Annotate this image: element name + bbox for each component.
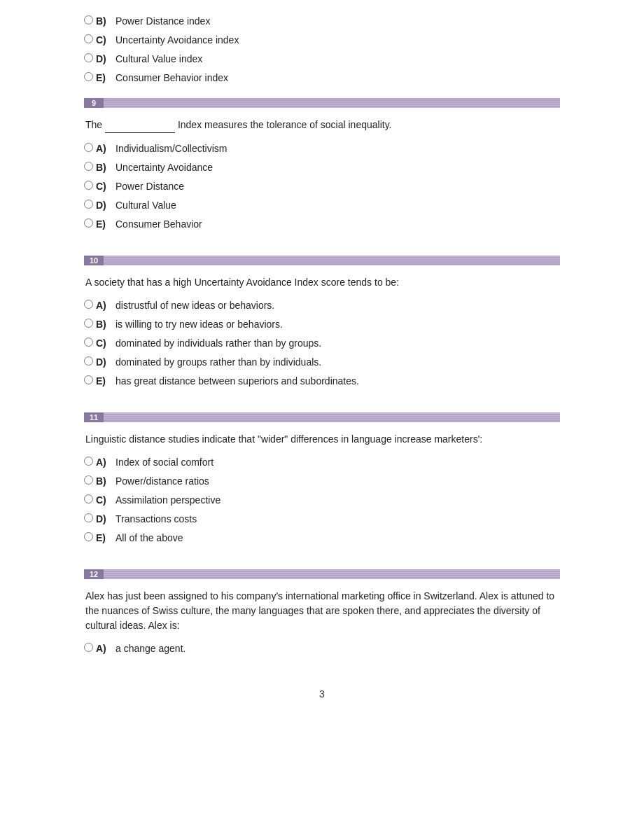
option-text: Individualism/Collectivism: [115, 141, 560, 156]
option-text: distrustful of new ideas or behaviors.: [115, 298, 560, 313]
question-12-header: 12: [84, 569, 560, 579]
list-item: B) Uncertainty Avoidance: [84, 160, 560, 175]
question-10-body: A society that has a high Uncertainty Av…: [84, 265, 560, 400]
question-12-options: A) a change agent.: [84, 641, 560, 656]
list-item: E) All of the above: [84, 531, 560, 545]
option-text: Assimilation perspective: [115, 493, 560, 508]
option-letter: D): [96, 512, 111, 527]
option-text: Power/distance ratios: [115, 474, 560, 489]
option-text: has great distance between superiors and…: [115, 374, 560, 389]
option-letter: A): [96, 641, 111, 656]
radio-9a[interactable]: [84, 143, 93, 152]
question-11-text: Linguistic distance studies indicate tha…: [84, 432, 560, 447]
list-item: C) Uncertainty Avoidance index: [84, 33, 560, 48]
radio-b[interactable]: [84, 15, 93, 25]
option-text: Consumer Behavior: [115, 217, 560, 232]
question-10-header: 10: [84, 256, 560, 265]
radio-11e[interactable]: [84, 532, 93, 541]
list-item: C) Power Distance: [84, 179, 560, 194]
question-11-number: 11: [84, 412, 104, 422]
list-item: A) a change agent.: [84, 641, 560, 656]
radio-d[interactable]: [84, 53, 93, 62]
radio-10d[interactable]: [84, 356, 93, 366]
question-12-block: 12 Alex has just been assigned to his co…: [84, 569, 560, 667]
question-10-text: A society that has a high Uncertainty Av…: [84, 275, 560, 290]
list-item: E) has great distance between superiors …: [84, 374, 560, 389]
option-text: Consumer Behavior index: [115, 71, 560, 85]
top-options-section: B) Power Distance index C) Uncertainty A…: [84, 14, 560, 85]
list-item: E) Consumer Behavior: [84, 217, 560, 232]
option-text: Transactions costs: [115, 512, 560, 527]
radio-9b[interactable]: [84, 162, 93, 171]
question-11-options: A) Index of social comfort B) Power/dist…: [84, 455, 560, 545]
option-letter: C): [96, 493, 111, 508]
radio-11d[interactable]: [84, 513, 93, 522]
option-letter: E): [96, 374, 111, 389]
radio-9e[interactable]: [84, 218, 93, 228]
page-container: B) Power Distance index C) Uncertainty A…: [0, 0, 644, 714]
list-item: D) dominated by groups rather than by in…: [84, 355, 560, 370]
question-9-options: A) Individualism/Collectivism B) Uncerta…: [84, 141, 560, 232]
option-text: Cultural Value index: [115, 52, 560, 67]
question-11-body: Linguistic distance studies indicate tha…: [84, 422, 560, 557]
option-letter: C): [96, 33, 111, 48]
radio-9d[interactable]: [84, 200, 93, 209]
question-9-text: The Index measures the tolerance of soci…: [84, 118, 560, 133]
list-item: A) Index of social comfort: [84, 455, 560, 470]
option-letter: B): [96, 317, 111, 332]
list-item: B) Power/distance ratios: [84, 474, 560, 489]
option-text: Index of social comfort: [115, 455, 560, 470]
list-item: D) Cultural Value: [84, 198, 560, 213]
question-9-number: 9: [84, 98, 104, 108]
option-text: Uncertainty Avoidance index: [115, 33, 560, 48]
option-letter: B): [96, 474, 111, 489]
list-item: C) Assimilation perspective: [84, 493, 560, 508]
list-item: B) is willing to try new ideas or behavi…: [84, 317, 560, 332]
list-item: C) dominated by individuals rather than …: [84, 336, 560, 351]
radio-12a[interactable]: [84, 643, 93, 652]
option-letter: B): [96, 14, 111, 29]
option-text: Uncertainty Avoidance: [115, 160, 560, 175]
list-item: B) Power Distance index: [84, 14, 560, 29]
option-text: All of the above: [115, 531, 560, 545]
question-11-header: 11: [84, 412, 560, 422]
list-item: A) distrustful of new ideas or behaviors…: [84, 298, 560, 313]
list-item: E) Consumer Behavior index: [84, 71, 560, 85]
radio-c[interactable]: [84, 34, 93, 43]
blank-underline: [105, 118, 175, 133]
option-letter: E): [96, 217, 111, 232]
question-9-body: The Index measures the tolerance of soci…: [84, 108, 560, 243]
question-10-block: 10 A society that has a high Uncertainty…: [84, 256, 560, 400]
question-11-block: 11 Linguistic distance studies indicate …: [84, 412, 560, 557]
radio-e[interactable]: [84, 72, 93, 81]
option-text: dominated by groups rather than by indiv…: [115, 355, 560, 370]
option-text: a change agent.: [115, 641, 560, 656]
option-letter: D): [96, 198, 111, 213]
option-letter: C): [96, 336, 111, 351]
option-letter: D): [96, 355, 111, 370]
question-10-options: A) distrustful of new ideas or behaviors…: [84, 298, 560, 389]
option-text: Power Distance: [115, 179, 560, 194]
question-10-number: 10: [84, 256, 104, 265]
option-letter: E): [96, 531, 111, 545]
list-item: D) Transactions costs: [84, 512, 560, 527]
question-12-body: Alex has just been assigned to his compa…: [84, 579, 560, 667]
radio-10c[interactable]: [84, 338, 93, 347]
radio-10a[interactable]: [84, 300, 93, 309]
option-letter: E): [96, 71, 111, 85]
radio-11c[interactable]: [84, 494, 93, 503]
radio-10b[interactable]: [84, 319, 93, 328]
option-letter: D): [96, 52, 111, 67]
option-text: Cultural Value: [115, 198, 560, 213]
question-12-number: 12: [84, 569, 104, 579]
question-12-text: Alex has just been assigned to his compa…: [84, 589, 560, 633]
option-letter: A): [96, 455, 111, 470]
option-letter: A): [96, 141, 111, 156]
question-9-block: 9 The Index measures the tolerance of so…: [84, 98, 560, 243]
radio-9c[interactable]: [84, 181, 93, 190]
radio-11b[interactable]: [84, 475, 93, 485]
radio-10e[interactable]: [84, 375, 93, 384]
option-text: Power Distance index: [115, 14, 560, 29]
radio-11a[interactable]: [84, 457, 93, 466]
list-item: D) Cultural Value index: [84, 52, 560, 67]
